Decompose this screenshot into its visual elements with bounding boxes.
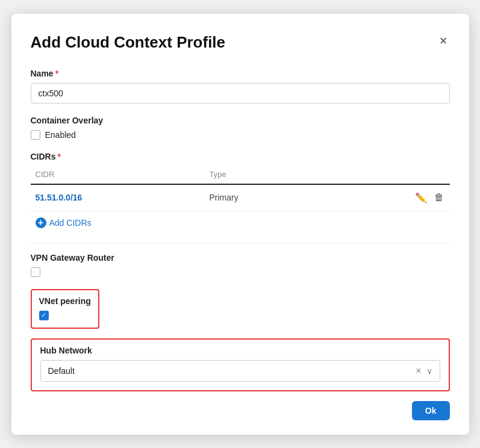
vnet-peering-checkbox[interactable]: ✓ — [39, 311, 49, 320]
hub-network-select[interactable]: Default × ∨ — [40, 360, 440, 382]
modal-footer: Ok — [31, 401, 450, 420]
container-overlay-checkbox[interactable] — [31, 130, 40, 140]
close-button[interactable]: × — [437, 33, 450, 49]
cidrs-col-actions — [323, 166, 449, 184]
vpn-gateway-section: VPN Gateway Router — [31, 253, 450, 277]
cidrs-header-row: CIDR Type — [31, 166, 450, 184]
cidrs-section: CIDRs* CIDR Type 51.51.0.0/16 Primary — [31, 152, 450, 231]
cidrs-col-type: Type — [204, 166, 323, 184]
container-overlay-checkbox-label: Enabled — [45, 130, 76, 140]
container-overlay-row: Enabled — [31, 130, 450, 140]
vpn-gateway-checkbox[interactable] — [31, 267, 40, 277]
cidr-delete-button[interactable]: 🗑 — [433, 191, 445, 205]
cidr-actions-cell: ✏️ 🗑 — [323, 184, 449, 211]
cidr-row: 51.51.0.0/16 Primary ✏️ 🗑 — [31, 184, 450, 211]
vnet-peering-section: VNet peering ✓ — [31, 289, 99, 329]
name-required-star: * — [55, 69, 58, 78]
cidr-type: Primary — [204, 184, 323, 211]
container-overlay-label: Container Overlay — [31, 116, 450, 125]
vnet-peering-label: VNet peering — [39, 296, 91, 306]
modal-header: Add Cloud Context Profile × — [31, 33, 450, 52]
cidr-actions: ✏️ 🗑 — [328, 191, 444, 205]
modal-container: Add Cloud Context Profile × Name* Contai… — [11, 14, 469, 435]
vpn-gateway-label: VPN Gateway Router — [31, 253, 450, 263]
cidr-link[interactable]: 51.51.0.0/16 — [36, 193, 83, 202]
add-cidrs-label: Add CIDRs — [49, 218, 92, 228]
cidrs-required-star: * — [58, 152, 61, 161]
vpn-gateway-row — [31, 267, 450, 277]
container-overlay-section: Container Overlay Enabled — [31, 116, 450, 140]
hub-network-label: Hub Network — [40, 346, 440, 355]
cidrs-label: CIDRs* — [31, 152, 450, 161]
hub-network-chevron-icon: ∨ — [426, 366, 432, 376]
name-section: Name* — [31, 69, 450, 104]
cidrs-col-cidr: CIDR — [31, 166, 205, 184]
name-label: Name* — [31, 69, 450, 78]
cidrs-table: CIDR Type 51.51.0.0/16 Primary ✏️ 🗑 — [31, 166, 450, 211]
hub-network-value: Default — [48, 366, 75, 376]
add-cidrs-plus-icon: + — [36, 217, 46, 228]
vnet-peering-row: ✓ — [39, 311, 91, 320]
cidr-edit-button[interactable]: ✏️ — [414, 191, 428, 205]
divider — [31, 243, 450, 243]
hub-network-controls: × ∨ — [414, 366, 432, 376]
hub-network-clear-button[interactable]: × — [414, 366, 422, 376]
hub-network-section: Hub Network Default × ∨ — [31, 338, 450, 391]
add-cidrs-button[interactable]: + Add CIDRs — [36, 217, 92, 228]
modal-title: Add Cloud Context Profile — [31, 33, 226, 52]
cidr-value: 51.51.0.0/16 — [31, 184, 205, 211]
add-cidr-row: + Add CIDRs — [31, 211, 450, 231]
name-input[interactable] — [31, 83, 450, 104]
ok-button[interactable]: Ok — [412, 401, 450, 420]
